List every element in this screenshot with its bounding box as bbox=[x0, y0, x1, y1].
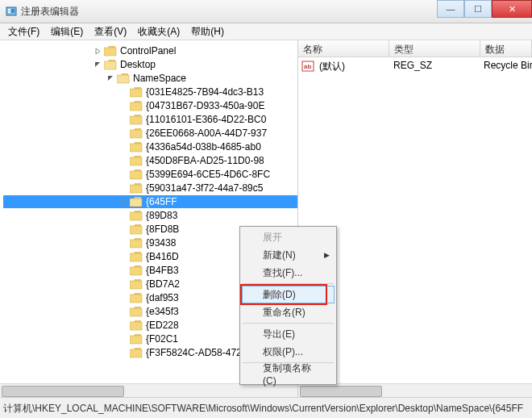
tree-label: {93438 bbox=[146, 237, 176, 249]
expand-icon[interactable] bbox=[119, 102, 128, 111]
expand-icon[interactable] bbox=[119, 349, 128, 357]
expand-icon[interactable] bbox=[119, 253, 128, 261]
cell-data: Recycle Bir bbox=[479, 60, 532, 73]
expand-icon[interactable] bbox=[119, 88, 128, 97]
tree-label: {26EE0668-A00A-44D7-937 bbox=[146, 127, 267, 139]
tree-item[interactable]: {26EE0668-A00A-44D7-937 bbox=[3, 127, 297, 140]
status-bar: 计算机\HKEY_LOCAL_MACHINE\SOFTWARE\Microsof… bbox=[0, 397, 532, 418]
expand-icon[interactable] bbox=[119, 294, 128, 303]
svg-rect-17 bbox=[130, 226, 142, 234]
tree-item[interactable]: {031E4825-7B94-4dc3-B13 bbox=[3, 86, 297, 98]
menu-view[interactable]: 查看(V) bbox=[89, 23, 131, 40]
expand-icon[interactable] bbox=[119, 280, 128, 289]
tree-label: {031E4825-7B94-4dc3-B13 bbox=[146, 86, 264, 98]
tree-label: {e345f3 bbox=[146, 306, 179, 317]
folder-icon bbox=[130, 334, 143, 345]
tree-item[interactable]: {04731B67-D933-450a-90E bbox=[3, 99, 297, 112]
menu-favorites[interactable]: 收藏夹(A) bbox=[133, 23, 185, 40]
tree-item[interactable]: {645FF bbox=[3, 195, 297, 208]
expand-icon[interactable] bbox=[119, 321, 128, 330]
ctx-copykey[interactable]: 复制项名称(C) bbox=[242, 365, 335, 382]
string-value-icon: ab bbox=[301, 60, 314, 73]
expand-icon[interactable] bbox=[94, 61, 102, 69]
expand-icon[interactable] bbox=[119, 225, 128, 234]
expand-icon[interactable] bbox=[119, 307, 128, 316]
folder-icon bbox=[130, 156, 143, 166]
tree-item[interactable]: {5399E694-6CE5-4D6C-8FC bbox=[3, 168, 297, 181]
folder-icon bbox=[130, 142, 143, 153]
col-data[interactable]: 数据 bbox=[480, 40, 532, 56]
expand-icon[interactable] bbox=[119, 157, 128, 165]
svg-rect-7 bbox=[130, 89, 142, 97]
col-type[interactable]: 类型 bbox=[389, 40, 480, 56]
svg-rect-11 bbox=[130, 144, 142, 152]
expand-icon[interactable] bbox=[119, 239, 128, 248]
svg-rect-25 bbox=[130, 336, 142, 344]
menu-edit[interactable]: 编辑(E) bbox=[46, 23, 88, 40]
tree-item[interactable]: ControlPanel bbox=[3, 44, 297, 57]
ctx-delete[interactable]: 删除(D) bbox=[242, 286, 335, 303]
folder-icon bbox=[130, 197, 143, 207]
ctx-expand: 展开 bbox=[242, 228, 335, 246]
close-button[interactable]: ✕ bbox=[492, 0, 532, 18]
app-icon bbox=[5, 5, 18, 18]
expand-icon[interactable] bbox=[94, 47, 102, 56]
svg-rect-23 bbox=[130, 308, 142, 316]
expand-icon[interactable] bbox=[119, 335, 128, 344]
folder-icon bbox=[117, 73, 130, 84]
tree-label: {daf953 bbox=[146, 292, 179, 303]
tree-label: {ED228 bbox=[146, 320, 179, 331]
menu-file[interactable]: 文件(F) bbox=[3, 23, 44, 40]
submenu-arrow-icon: ▶ bbox=[324, 251, 330, 259]
expand-icon[interactable] bbox=[119, 170, 128, 179]
tree-item[interactable]: {59031a47-3f72-44a7-89c5 bbox=[3, 182, 297, 194]
svg-rect-12 bbox=[130, 157, 142, 165]
tree-label: {11016101-E366-4D22-BC0 bbox=[146, 114, 266, 125]
ctx-rename[interactable]: 重命名(R) bbox=[242, 303, 335, 321]
list-row[interactable]: ab (默认) REG_SZ Recycle Bir bbox=[298, 57, 532, 76]
tree-item[interactable]: {89D83 bbox=[3, 209, 297, 222]
menu-help[interactable]: 帮助(H) bbox=[186, 23, 229, 40]
tree-label: {645FF bbox=[146, 196, 177, 207]
ctx-export[interactable]: 导出(E) bbox=[242, 325, 335, 343]
col-name[interactable]: 名称 bbox=[298, 40, 389, 56]
folder-icon bbox=[130, 115, 143, 125]
folder-icon bbox=[130, 169, 143, 180]
tree-label: Desktop bbox=[120, 59, 156, 70]
expand-icon[interactable] bbox=[119, 211, 128, 220]
ctx-find[interactable]: 查找(F)... bbox=[242, 264, 335, 282]
expand-icon[interactable] bbox=[119, 184, 128, 193]
svg-rect-4 bbox=[104, 48, 116, 56]
minimize-button[interactable]: — bbox=[437, 0, 464, 18]
svg-rect-13 bbox=[130, 171, 142, 179]
svg-rect-9 bbox=[130, 116, 142, 124]
folder-icon bbox=[130, 101, 143, 111]
svg-rect-10 bbox=[130, 130, 142, 138]
tree-item[interactable]: {450D8FBA-AD25-11D0-98 bbox=[3, 154, 297, 167]
tree-item[interactable]: {11016101-E366-4D22-BC0 bbox=[3, 113, 297, 126]
window-title: 注册表编辑器 bbox=[21, 5, 79, 19]
expand-icon[interactable] bbox=[106, 74, 115, 83]
tree-label: {04731B67-D933-450a-90E bbox=[146, 100, 264, 111]
folder-icon bbox=[130, 224, 143, 235]
maximize-button[interactable]: ☐ bbox=[464, 0, 492, 18]
svg-rect-14 bbox=[130, 185, 142, 193]
ctx-permissions[interactable]: 权限(P)... bbox=[242, 343, 335, 361]
svg-rect-2 bbox=[8, 11, 10, 13]
tree-item[interactable]: {4336a54d-038b-4685-ab0 bbox=[3, 140, 297, 153]
tree-label: {450D8FBA-AD25-11D0-98 bbox=[146, 155, 264, 166]
tree-item[interactable]: Desktop bbox=[3, 58, 297, 71]
expand-icon[interactable] bbox=[119, 115, 128, 124]
expand-icon[interactable] bbox=[119, 143, 128, 152]
expand-icon[interactable] bbox=[119, 198, 128, 207]
svg-rect-8 bbox=[130, 102, 142, 111]
tree-label: {8FD8B bbox=[146, 224, 179, 235]
expand-icon[interactable] bbox=[119, 129, 128, 138]
svg-rect-6 bbox=[117, 75, 129, 83]
folder-icon bbox=[130, 183, 143, 194]
folder-icon bbox=[130, 293, 143, 303]
expand-icon[interactable] bbox=[119, 266, 128, 275]
folder-icon bbox=[130, 211, 143, 221]
tree-item[interactable]: NameSpace bbox=[3, 72, 297, 85]
ctx-new[interactable]: 新建(N)▶ bbox=[242, 246, 335, 264]
